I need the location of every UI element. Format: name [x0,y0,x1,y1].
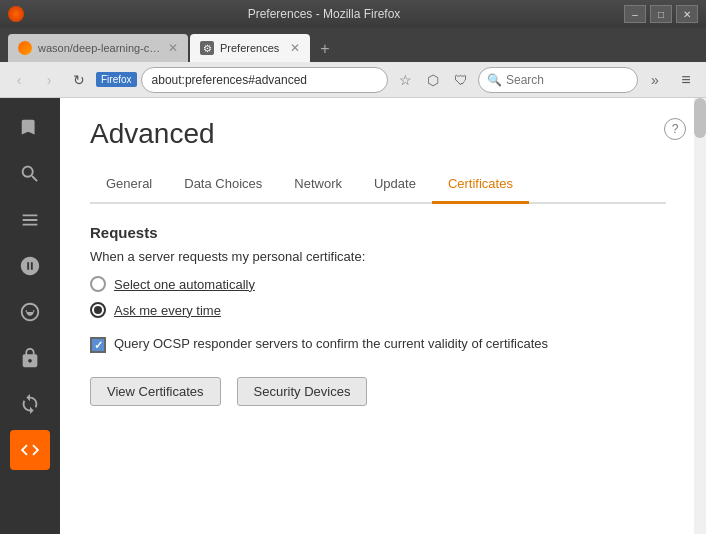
requests-section-title: Requests [90,224,666,241]
tab-data-choices[interactable]: Data Choices [168,166,278,204]
back-button[interactable]: ‹ [6,67,32,93]
sidebar-icon-history[interactable] [10,200,50,240]
bookmark-star-button[interactable]: ☆ [392,67,418,93]
view-certificates-button[interactable]: View Certificates [90,377,221,406]
firefox-icon [8,6,24,22]
sidebar [0,98,60,534]
window-title: Preferences - Mozilla Firefox [24,7,624,21]
certificate-radio-group: Select one automatically Ask me every ti… [90,276,666,318]
button-row: View Certificates Security Devices [90,377,666,406]
webpage-tab-label: wason/deep-learning-car... [38,42,162,54]
webpage-tab-close[interactable]: ✕ [168,41,178,55]
radio-label-auto: Select one automatically [114,277,255,292]
scrollbar-thumb[interactable] [694,98,706,138]
radio-circle-ask [90,302,106,318]
main-area: ? Advanced General Data Choices Network … [0,98,706,534]
radio-circle-auto [90,276,106,292]
security-devices-button[interactable]: Security Devices [237,377,368,406]
reload-button[interactable]: ↻ [66,67,92,93]
nav-bar: ‹ › ↻ Firefox ☆ ⬡ 🛡 🔍 » ≡ [0,62,706,98]
search-bar[interactable]: 🔍 [478,67,638,93]
sidebar-icon-lock[interactable] [10,338,50,378]
more-tools-button[interactable]: » [642,67,668,93]
page-title: Advanced [90,118,666,150]
requests-section-subtitle: When a server requests my personal certi… [90,249,666,264]
radio-ask-every-time[interactable]: Ask me every time [90,302,666,318]
window-controls: – □ ✕ [624,5,698,23]
sidebar-icon-dev[interactable] [10,430,50,470]
firefox-label[interactable]: Firefox [96,72,137,87]
tab-network[interactable]: Network [278,166,358,204]
url-bar[interactable] [141,67,388,93]
sidebar-icon-search[interactable] [10,154,50,194]
search-input[interactable] [506,73,606,87]
help-icon[interactable]: ? [664,118,686,140]
tab-certificates[interactable]: Certificates [432,166,529,204]
minimize-button[interactable]: – [624,5,646,23]
webpage-favicon [18,41,32,55]
preferences-favicon: ⚙ [200,41,214,55]
radio-select-automatically[interactable]: Select one automatically [90,276,666,292]
preferences-tab-label: Preferences [220,42,284,54]
close-button[interactable]: ✕ [676,5,698,23]
pref-tabs: General Data Choices Network Update Cert… [90,166,666,204]
sidebar-icon-mask[interactable] [10,292,50,332]
preferences-tab-close[interactable]: ✕ [290,41,300,55]
hamburger-menu-button[interactable]: ≡ [672,67,700,93]
title-bar-left [8,6,24,22]
ocsp-checkbox[interactable]: ✓ [90,337,106,353]
sidebar-icon-sync[interactable] [10,384,50,424]
pocket-button[interactable]: ⬡ [420,67,446,93]
scrollbar-track[interactable] [694,98,706,534]
title-bar: Preferences - Mozilla Firefox – □ ✕ [0,0,706,28]
checkbox-check-icon: ✓ [94,339,103,352]
browser-tab-webpage[interactable]: wason/deep-learning-car... ✕ [8,34,188,62]
content-area: ? Advanced General Data Choices Network … [60,98,706,534]
tab-update[interactable]: Update [358,166,432,204]
ocsp-checkbox-label: Query OCSP responder servers to confirm … [114,336,548,351]
ocsp-checkbox-row: ✓ Query OCSP responder servers to confir… [90,336,666,353]
content-inner: ? Advanced General Data Choices Network … [60,98,706,426]
search-bar-icon: 🔍 [487,73,502,87]
radio-label-ask: Ask me every time [114,303,221,318]
browser-tab-preferences[interactable]: ⚙ Preferences ✕ [190,34,310,62]
tab-general[interactable]: General [90,166,168,204]
tab-bar: wason/deep-learning-car... ✕ ⚙ Preferenc… [0,28,706,62]
sidebar-icon-rocket[interactable] [10,246,50,286]
nav-icons: ☆ ⬡ 🛡 [392,67,474,93]
sidebar-icon-bookmark[interactable] [10,108,50,148]
new-tab-button[interactable]: + [312,36,338,62]
forward-button[interactable]: › [36,67,62,93]
shield-button[interactable]: 🛡 [448,67,474,93]
maximize-button[interactable]: □ [650,5,672,23]
